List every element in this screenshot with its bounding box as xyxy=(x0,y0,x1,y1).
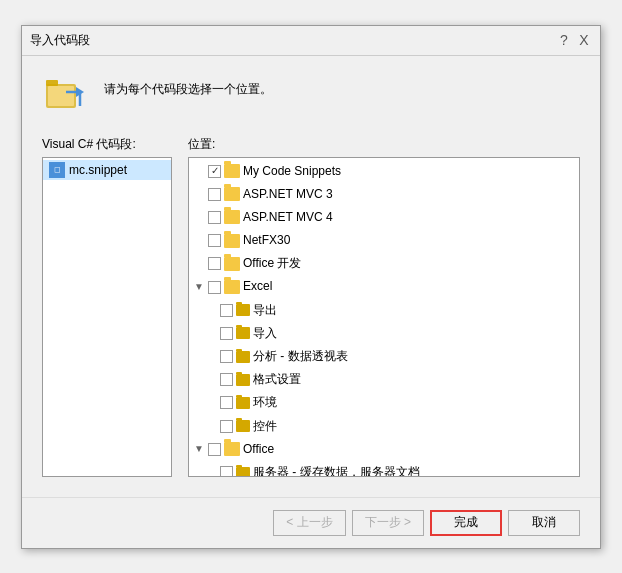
prev-button[interactable]: < 上一步 xyxy=(273,510,345,536)
folder-icon xyxy=(236,374,250,386)
folder-icon xyxy=(224,280,240,294)
item-label: 导出 xyxy=(253,301,277,320)
item-label: 控件 xyxy=(253,417,277,436)
dialog-title: 导入代码段 xyxy=(30,32,90,49)
snippet-label: mc.snippet xyxy=(69,163,127,177)
checkbox[interactable] xyxy=(220,466,233,476)
checkbox[interactable] xyxy=(220,327,233,340)
item-label: 导入 xyxy=(253,324,277,343)
checkbox[interactable] xyxy=(208,281,221,294)
title-bar-controls: ? X xyxy=(556,32,592,48)
tree-item-format[interactable]: 格式设置 xyxy=(189,368,579,391)
checkbox[interactable] xyxy=(220,420,233,433)
dialog-icon xyxy=(42,72,90,120)
right-panel-label: 位置: xyxy=(188,136,580,153)
checkbox[interactable] xyxy=(220,304,233,317)
checkbox[interactable] xyxy=(220,350,233,363)
folder-icon xyxy=(224,187,240,201)
folder-icon xyxy=(224,234,240,248)
finish-button[interactable]: 完成 xyxy=(430,510,502,536)
tree-item-import-excel[interactable]: 导入 xyxy=(189,322,579,345)
item-label: 分析 - 数据透视表 xyxy=(253,347,348,366)
folder-icon xyxy=(224,442,240,456)
checkbox[interactable] xyxy=(208,188,221,201)
svg-rect-3 xyxy=(48,86,74,106)
folder-icon xyxy=(236,397,250,409)
title-bar: 导入代码段 ? X xyxy=(22,26,600,56)
item-label: NetFX30 xyxy=(243,231,290,250)
title-bar-left: 导入代码段 xyxy=(30,32,90,49)
tree-item-netfx30[interactable]: NetFX30 xyxy=(189,229,579,252)
folder-icon xyxy=(236,351,250,363)
checkbox[interactable] xyxy=(208,257,221,270)
header-text: 请为每个代码段选择一个位置。 xyxy=(104,72,272,98)
svg-rect-1 xyxy=(46,80,58,86)
content-area: Visual C# 代码段: ◻ mc.snippet 位置: xyxy=(42,136,580,477)
folder-icon xyxy=(224,210,240,224)
left-panel-label: Visual C# 代码段: xyxy=(42,136,172,153)
tree-item-aspnet-mvc4[interactable]: ASP.NET MVC 4 xyxy=(189,206,579,229)
import-dialog: 导入代码段 ? X 请为每个代码段选择一个位置。 xyxy=(21,25,601,549)
list-item[interactable]: ◻ mc.snippet xyxy=(43,160,171,180)
folder-icon xyxy=(236,327,250,339)
checkbox[interactable] xyxy=(220,396,233,409)
tree-item-aspnet-mvc3[interactable]: ASP.NET MVC 3 xyxy=(189,183,579,206)
item-label: 服务器 - 缓存数据，服务器文档 xyxy=(253,463,420,477)
tree-item-analysis[interactable]: 分析 - 数据透视表 xyxy=(189,345,579,368)
folder-icon xyxy=(224,164,240,178)
left-panel: Visual C# 代码段: ◻ mc.snippet xyxy=(42,136,172,477)
footer: < 上一步 下一步 > 完成 取消 xyxy=(22,497,600,548)
tree-item-controls[interactable]: 控件 xyxy=(189,415,579,438)
left-listbox[interactable]: ◻ mc.snippet xyxy=(42,157,172,477)
item-label: 环境 xyxy=(253,393,277,412)
folder-icon xyxy=(236,420,250,432)
tree-item-office-dev[interactable]: Office 开发 xyxy=(189,252,579,275)
tree-item-office[interactable]: ▼ Office xyxy=(189,438,579,461)
item-label: ASP.NET MVC 3 xyxy=(243,185,333,204)
tree-item-excel[interactable]: ▼ Excel xyxy=(189,275,579,298)
item-label: ASP.NET MVC 4 xyxy=(243,208,333,227)
close-button[interactable]: X xyxy=(576,32,592,48)
tree-item-env-excel[interactable]: 环境 xyxy=(189,391,579,414)
checkbox[interactable] xyxy=(220,373,233,386)
tree-item-export[interactable]: 导出 xyxy=(189,299,579,322)
item-label: 格式设置 xyxy=(253,370,301,389)
folder-icon xyxy=(236,467,250,477)
snippet-icon: ◻ xyxy=(49,162,65,178)
next-button[interactable]: 下一步 > xyxy=(352,510,424,536)
item-label: Office 开发 xyxy=(243,254,301,273)
toggle-icon: ▼ xyxy=(193,441,205,457)
tree-item-my-code-snippets[interactable]: My Code Snippets xyxy=(189,160,579,183)
dialog-body: 请为每个代码段选择一个位置。 Visual C# 代码段: ◻ mc.snipp… xyxy=(22,56,600,489)
folder-icon xyxy=(224,257,240,271)
cancel-button[interactable]: 取消 xyxy=(508,510,580,536)
checkbox[interactable] xyxy=(208,165,221,178)
right-listbox[interactable]: My Code Snippets ASP.NET MVC 3 xyxy=(188,157,580,477)
item-label: Office xyxy=(243,440,274,459)
folder-icon xyxy=(236,304,250,316)
help-button[interactable]: ? xyxy=(556,32,572,48)
item-label: Excel xyxy=(243,277,272,296)
checkbox[interactable] xyxy=(208,443,221,456)
header-area: 请为每个代码段选择一个位置。 xyxy=(42,72,580,120)
right-panel: 位置: My Code Snippets ASP.NET MVC xyxy=(188,136,580,477)
checkbox[interactable] xyxy=(208,211,221,224)
toggle-icon: ▼ xyxy=(193,279,205,295)
tree-item-server[interactable]: 服务器 - 缓存数据，服务器文档 xyxy=(189,461,579,477)
item-label: My Code Snippets xyxy=(243,162,341,181)
checkbox[interactable] xyxy=(208,234,221,247)
